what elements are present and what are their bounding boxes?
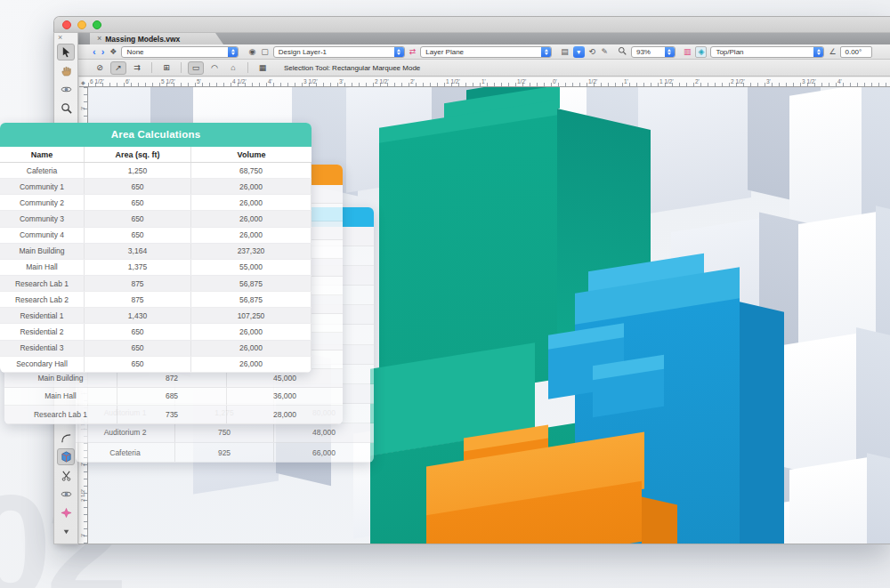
- back-icon[interactable]: ‹: [92, 47, 97, 57]
- class-options-icon[interactable]: ⟲: [588, 48, 597, 56]
- table-row: Main Building3,164237,320: [0, 244, 312, 260]
- minimize-window-button[interactable]: [77, 20, 86, 29]
- render-mode-icon[interactable]: ◉: [247, 48, 256, 56]
- table-cell: 55,000: [191, 260, 312, 275]
- ruler-label: 6': [125, 78, 130, 85]
- active-class-value: None: [122, 48, 228, 56]
- table-cell: Cafeteria: [0, 163, 85, 178]
- table-cell: 735: [117, 406, 227, 423]
- close-window-button[interactable]: [62, 20, 71, 29]
- table-cell: 26,000: [191, 341, 312, 356]
- quick-menu-icon[interactable]: ▾: [573, 46, 585, 58]
- table-row: Community 365026,000: [0, 211, 312, 227]
- flyover-tool-icon[interactable]: [57, 81, 75, 98]
- table-cell: 237,320: [191, 244, 312, 259]
- table-row: Auditorium 275048,000: [76, 423, 374, 443]
- table-cell: 68,750: [191, 163, 312, 178]
- multiple-object-mode-icon[interactable]: ⇉: [129, 61, 145, 75]
- ruler-label: 2 1/2': [80, 489, 85, 503]
- toolbar-separator: [247, 62, 248, 73]
- rotate-plan-icon[interactable]: ∠: [828, 48, 837, 56]
- ruler-label: 1': [624, 78, 628, 85]
- table-cell: Community 3: [0, 211, 85, 226]
- ruler-label: 5 1/2': [161, 78, 175, 85]
- ruler-label: 3': [80, 534, 85, 537]
- column-header: Volume: [191, 147, 312, 162]
- deform-tool-icon[interactable]: [57, 504, 75, 521]
- selection-tool-icon[interactable]: [57, 44, 75, 60]
- table-cell: 1,375: [85, 260, 191, 275]
- ruler-label: 2': [695, 78, 700, 85]
- ruler-label: 3 1/2': [802, 78, 816, 85]
- extrude-tool-icon[interactable]: [57, 448, 75, 465]
- tab-title: Massing Models.vwx: [105, 35, 180, 44]
- table-row: Cafeteria1,25068,750: [0, 163, 312, 179]
- table-cell: 26,000: [191, 357, 312, 372]
- document-tab[interactable]: × Massing Models.vwx: [90, 33, 223, 44]
- ruler-label: 3': [339, 78, 344, 85]
- table-cell: 28,000: [227, 406, 343, 423]
- table-cell: 650: [85, 357, 191, 372]
- table-cell: 650: [85, 341, 191, 356]
- chevron-updown-icon: [541, 47, 551, 57]
- horizontal-ruler: ◆ 6 1/2'6'5 1/2'5'4 1/2'4'3 1/2'3'2 1/2'…: [79, 77, 890, 87]
- saved-views-icon[interactable]: ❖: [109, 48, 117, 56]
- table-cell: Residential 1: [0, 308, 85, 323]
- plan-rotation-field[interactable]: 0.00°: [840, 46, 872, 58]
- current-view-value: Top/Plan: [711, 48, 813, 56]
- clip-cube-icon[interactable]: ▢: [260, 48, 270, 56]
- unified-view-icon[interactable]: ▥: [683, 48, 692, 56]
- ruler-label: 1 1/2': [446, 78, 460, 85]
- chevron-updown-icon: [394, 47, 404, 57]
- active-class-select[interactable]: None: [121, 46, 239, 58]
- table-cell: Research Lab 2: [0, 292, 85, 307]
- look-at-working-plane-icon[interactable]: ◈: [695, 46, 707, 58]
- table-cell: 650: [85, 228, 191, 243]
- ruler-label: 4': [268, 78, 272, 85]
- more-tools-icon[interactable]: [57, 523, 75, 540]
- table-cell: 26,000: [191, 324, 312, 339]
- reshape-tool-icon[interactable]: [57, 467, 75, 484]
- pan-tool-icon[interactable]: [57, 62, 75, 79]
- ruler-label: 0': [553, 78, 557, 85]
- table-cell: Residential 3: [0, 341, 85, 356]
- zoom-level-select[interactable]: 93%: [631, 46, 676, 58]
- table-cell: Auditorium 2: [76, 423, 175, 442]
- polygon-marquee-mode-icon[interactable]: ⌂: [225, 61, 241, 75]
- ruler-label: 5': [197, 78, 201, 85]
- single-object-mode-icon[interactable]: ↗: [110, 61, 126, 75]
- ruler-label: 4 1/2': [232, 78, 247, 85]
- table-cell: 650: [85, 195, 191, 210]
- interactive-scaling-mode-icon[interactable]: ⊞: [158, 61, 174, 75]
- layer-options-icon[interactable]: ✎: [600, 48, 609, 56]
- table-cell: 26,000: [191, 195, 312, 210]
- ruler-origin-icon: ◆: [81, 79, 85, 85]
- toolbar-separator: [181, 62, 182, 73]
- tool-mode-bar: ⊘↗⇉⊞▭◠⌂▦ Selection Tool: Rectangular Mar…: [54, 60, 890, 77]
- ruler-label: 1/2': [588, 78, 597, 85]
- document-settings-icon[interactable]: ▤: [560, 48, 570, 56]
- table-cell: Main Hall: [4, 388, 117, 406]
- disable-interactive-mode-icon[interactable]: ⊘: [92, 61, 108, 75]
- zoom-icon: [617, 46, 627, 57]
- current-view-select[interactable]: Top/Plan: [710, 46, 824, 58]
- palette-close-icon[interactable]: ×: [54, 33, 62, 42]
- chevron-updown-icon: [813, 47, 823, 57]
- table-row: Main Hall68536,000: [4, 388, 343, 407]
- working-plane-select[interactable]: Layer Plane: [420, 46, 552, 58]
- layer-navigation-icon[interactable]: ⇄: [409, 48, 417, 56]
- tab-close-icon[interactable]: ×: [97, 35, 101, 43]
- active-layer-select[interactable]: Design Layer-1: [273, 46, 405, 58]
- working-plane-value: Layer Plane: [421, 48, 541, 56]
- rotate-3d-tool-icon[interactable]: [57, 486, 75, 503]
- lasso-marquee-mode-icon[interactable]: ◠: [206, 61, 222, 75]
- fillet-tool-icon[interactable]: [57, 430, 75, 447]
- zoom-tool-icon[interactable]: [57, 100, 75, 117]
- zoom-window-button[interactable]: [93, 20, 101, 29]
- forward-icon[interactable]: ›: [101, 47, 106, 57]
- table-cell: Cafeteria: [76, 443, 175, 462]
- table-cell: 36,000: [227, 388, 343, 406]
- tool-status-text: Selection Tool: Rectangular Marquee Mode: [284, 64, 420, 72]
- rectangular-marquee-mode-icon[interactable]: ▭: [188, 61, 204, 75]
- column-select-mode-icon[interactable]: ▦: [255, 61, 271, 75]
